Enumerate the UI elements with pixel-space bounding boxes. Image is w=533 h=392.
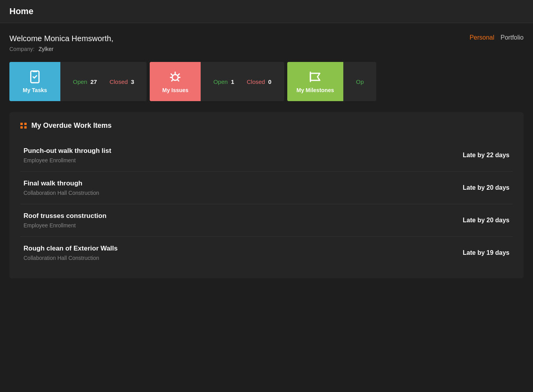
work-item-late: Late by 20 days (463, 184, 509, 191)
overdue-section: My Overdue Work Items Punch-out walk thr… (9, 112, 524, 278)
overdue-header: My Overdue Work Items (20, 122, 513, 130)
welcome-text: Welcome Monica Hemsworth, (9, 34, 113, 43)
work-item[interactable]: Roof trusses construction Employee Enrol… (20, 204, 513, 237)
tasks-open-value: 27 (91, 78, 97, 85)
issues-card[interactable]: My Issues Open 1 Closed 0 (150, 62, 284, 101)
work-item-late: Late by 22 days (463, 152, 509, 159)
tasks-closed-stat: Closed 3 (109, 78, 134, 85)
company-row: Company: Zylker (9, 45, 524, 53)
company-label: Company: (9, 46, 34, 52)
tasks-card[interactable]: My Tasks Open 27 Closed 3 (9, 62, 147, 101)
issues-closed-label: Closed (247, 78, 265, 85)
issues-closed-value: 0 (268, 78, 271, 85)
portfolio-view-button[interactable]: Portfolio (500, 34, 524, 41)
milestone-icon (308, 70, 322, 84)
work-item-left: Final walk through Collaboration Hall Co… (24, 180, 99, 196)
issues-closed-stat: Closed 0 (247, 78, 271, 85)
work-item-late: Late by 20 days (463, 217, 509, 224)
milestones-card-label: My Milestones (297, 87, 334, 93)
work-item-left: Rough clean of Exterior Walls Collaborat… (24, 245, 118, 261)
work-item[interactable]: Punch-out walk through list Employee Enr… (20, 139, 513, 172)
main-content: Welcome Monica Hemsworth, Personal Portf… (0, 23, 533, 289)
personal-view-button[interactable]: Personal (470, 34, 494, 41)
work-item-name: Rough clean of Exterior Walls (24, 245, 118, 252)
milestones-card-icon: My Milestones (287, 62, 344, 101)
issues-open-label: Open (213, 78, 228, 85)
cards-row: My Tasks Open 27 Closed 3 (9, 62, 524, 101)
milestones-card-stats: Op (343, 62, 376, 101)
work-item-project: Collaboration Hall Construction (24, 255, 118, 261)
milestones-open-stat: Op (356, 78, 364, 85)
work-item-project: Collaboration Hall Construction (24, 190, 99, 196)
work-item-left: Roof trusses construction Employee Enrol… (24, 212, 107, 229)
work-item-name: Roof trusses construction (24, 212, 107, 220)
milestones-open-label: Op (356, 78, 364, 85)
company-name: Zylker (38, 46, 53, 52)
work-item-late: Late by 19 days (463, 249, 509, 256)
issues-card-icon: My Issues (150, 62, 201, 101)
tasks-card-label: My Tasks (23, 87, 47, 93)
header: Home (0, 0, 533, 23)
issues-card-stats: Open 1 Closed 0 (201, 62, 284, 101)
issues-open-value: 1 (231, 78, 234, 85)
welcome-row: Welcome Monica Hemsworth, Personal Portf… (9, 34, 524, 43)
milestones-card[interactable]: My Milestones Op (287, 62, 377, 101)
tasks-card-stats: Open 27 Closed 3 (60, 62, 147, 101)
work-items-list: Punch-out walk through list Employee Enr… (20, 139, 513, 269)
dots-grid-icon (20, 123, 27, 129)
bug-icon (168, 70, 182, 84)
work-item-project: Employee Enrollment (24, 157, 111, 163)
work-item-left: Punch-out walk through list Employee Enr… (24, 147, 111, 163)
work-item-name: Final walk through (24, 180, 99, 187)
tasks-closed-value: 3 (131, 78, 134, 85)
view-toggle: Personal Portfolio (470, 34, 524, 41)
work-item-project: Employee Enrollment (24, 222, 107, 229)
tasks-closed-label: Closed (109, 78, 128, 85)
overdue-title: My Overdue Work Items (31, 122, 112, 130)
work-item-name: Punch-out walk through list (24, 147, 111, 155)
tasks-open-label: Open (73, 78, 87, 85)
issues-card-label: My Issues (162, 87, 189, 93)
tasks-card-icon: My Tasks (9, 62, 60, 101)
clipboard-check-icon (28, 70, 42, 84)
page-title: Home (9, 6, 33, 16)
tasks-open-stat: Open 27 (73, 78, 97, 85)
work-item[interactable]: Final walk through Collaboration Hall Co… (20, 172, 513, 204)
work-item[interactable]: Rough clean of Exterior Walls Collaborat… (20, 237, 513, 269)
issues-open-stat: Open 1 (213, 78, 234, 85)
